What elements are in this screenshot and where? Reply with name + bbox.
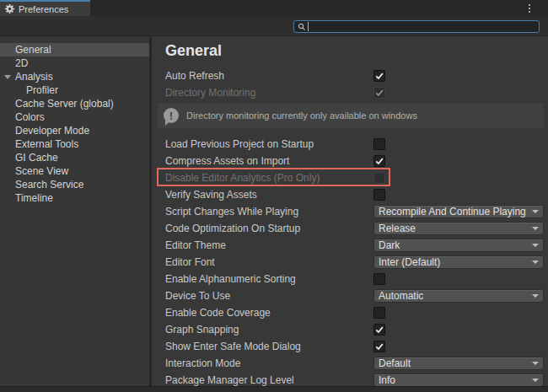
dropdown-value: Inter (Default)	[379, 256, 440, 268]
gear-icon	[5, 4, 14, 13]
sidebar-item-search-service[interactable]: Search Service	[0, 178, 149, 191]
checkbox[interactable]	[373, 138, 385, 150]
dropdown-value: Automatic	[379, 290, 423, 302]
sidebar: General2DAnalysisProfilerCache Server (g…	[0, 37, 149, 386]
chevron-down-icon	[532, 210, 539, 213]
settings-row: Compress Assets on Import	[152, 153, 548, 169]
dropdown[interactable]: Release	[373, 222, 544, 235]
setting-label: Code Optimization On Startup	[165, 223, 373, 234]
sidebar-item-label: Profiler	[26, 84, 58, 96]
sidebar-item-general[interactable]: General	[0, 43, 149, 56]
dropdown-value: Dark	[379, 239, 400, 251]
info-box: ! Directory monitoring currently only av…	[158, 103, 544, 128]
sidebar-item-scene-view[interactable]: Scene View	[0, 164, 149, 178]
preferences-window: Preferences General2DAnalysisProfilerCac…	[0, 0, 548, 392]
settings-row: Auto Refresh	[152, 67, 548, 84]
settings-row: Interaction ModeDefault	[152, 355, 548, 372]
setting-label: Auto Refresh	[165, 70, 373, 82]
info-text: Directory monitoring currently only avai…	[186, 110, 417, 121]
settings-row: Code Optimization On StartupRelease	[152, 220, 548, 237]
setting-label: Interaction Mode	[165, 357, 373, 369]
toolbar	[0, 16, 548, 36]
setting-label: Package Manager Log Level	[165, 374, 373, 386]
checkbox[interactable]	[373, 189, 385, 201]
dropdown[interactable]: Recompile And Continue Playing	[373, 205, 544, 218]
checkbox[interactable]	[373, 307, 385, 319]
foldout-arrow-icon[interactable]	[4, 75, 11, 79]
sidebar-item-timeline[interactable]: Timeline	[0, 191, 149, 205]
sidebar-item-2d[interactable]: 2D	[0, 56, 149, 70]
sidebar-item-label: Scene View	[15, 165, 68, 177]
dropdown[interactable]: Inter (Default)	[373, 255, 544, 269]
search-input[interactable]	[293, 20, 540, 33]
checkbox[interactable]	[373, 70, 385, 82]
sidebar-item-profiler[interactable]: Profiler	[0, 83, 149, 97]
setting-label: Compress Assets on Import	[165, 155, 373, 167]
chevron-down-icon	[532, 244, 539, 247]
settings-row: Directory Monitoring	[152, 84, 548, 101]
sidebar-item-label: Developer Mode	[15, 125, 89, 137]
dropdown[interactable]: Automatic	[373, 289, 544, 303]
chevron-down-icon	[532, 362, 539, 365]
dropdown-value: Info	[379, 374, 395, 386]
text-caret	[308, 22, 309, 31]
sidebar-item-cache-server-global-[interactable]: Cache Server (global)	[0, 97, 149, 110]
settings-row: Editor ThemeDark	[152, 237, 548, 254]
dropdown-value: Recompile And Continue Playing	[379, 206, 526, 217]
chevron-down-icon	[532, 260, 539, 264]
chevron-down-icon	[532, 294, 539, 298]
sidebar-item-label: General	[15, 44, 51, 56]
sidebar-item-label: Search Service	[15, 179, 83, 191]
tab-label: Preferences	[19, 4, 68, 14]
settings-row: Editor FontInter (Default)	[152, 254, 548, 271]
settings-row: Script Changes While PlayingRecompile An…	[152, 203, 548, 220]
settings-row: Enable Alphanumeric Sorting	[152, 271, 548, 287]
sidebar-item-developer-mode[interactable]: Developer Mode	[0, 124, 149, 137]
dropdown[interactable]: Dark	[373, 239, 544, 252]
checkbox	[373, 87, 385, 99]
sidebar-item-gi-cache[interactable]: GI Cache	[0, 151, 149, 164]
setting-label: Show Enter Safe Mode Dialog	[165, 341, 373, 352]
sidebar-item-label: Analysis	[15, 71, 53, 83]
sidebar-item-external-tools[interactable]: External Tools	[0, 137, 149, 151]
setting-label: Disable Editor Analytics (Pro Only)	[165, 172, 373, 184]
kebab-menu-icon[interactable]	[525, 3, 534, 13]
sidebar-item-analysis[interactable]: Analysis	[0, 70, 149, 83]
setting-label: Load Previous Project on Startup	[165, 138, 373, 150]
settings-row: Load Previous Project on Startup	[152, 136, 548, 153]
settings-row: Show Enter Safe Mode Dialog	[152, 338, 548, 355]
checkbox[interactable]	[373, 324, 385, 336]
sidebar-item-label: Cache Server (global)	[15, 98, 114, 110]
dropdown[interactable]: Info	[373, 373, 544, 387]
page-title: General	[152, 37, 548, 61]
setting-label: Script Changes While Playing	[165, 206, 373, 217]
info-icon: !	[164, 108, 179, 123]
setting-label: Device To Use	[165, 290, 373, 302]
setting-label: Verify Saving Assets	[165, 189, 373, 201]
sidebar-item-label: External Tools	[15, 138, 78, 150]
setting-label: Enable Code Coverage	[165, 307, 373, 319]
sidebar-item-label: 2D	[15, 57, 28, 69]
sidebar-item-label: Colors	[15, 111, 45, 123]
checkbox[interactable]	[373, 155, 385, 167]
checkbox[interactable]	[373, 273, 385, 285]
chevron-down-icon	[532, 379, 539, 382]
tab-preferences[interactable]: Preferences	[0, 0, 90, 16]
dropdown-value: Default	[379, 357, 411, 369]
setting-label: Enable Alphanumeric Sorting	[165, 273, 373, 285]
settings-row: Verify Saving Assets	[152, 186, 548, 203]
sidebar-item-label: Timeline	[15, 192, 53, 204]
search-icon	[296, 21, 307, 32]
sidebar-item-colors[interactable]: Colors	[0, 110, 149, 124]
main-panel: General Auto RefreshDirectory Monitoring…	[149, 37, 548, 386]
setting-label: Graph Snapping	[165, 324, 373, 336]
tab-bar: Preferences	[0, 0, 548, 16]
sidebar-item-label: GI Cache	[15, 152, 58, 164]
setting-label: Editor Theme	[165, 239, 373, 251]
settings-row: Device To UseAutomatic	[152, 287, 548, 304]
dropdown[interactable]: Default	[373, 357, 544, 370]
chevron-down-icon	[532, 227, 539, 230]
window-footer	[0, 386, 548, 392]
checkbox[interactable]	[373, 341, 385, 352]
checkbox	[373, 172, 385, 184]
